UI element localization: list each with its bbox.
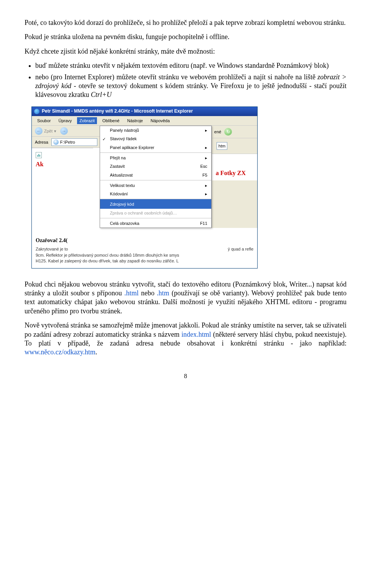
toolbar-fragment-label: ené [214,129,221,134]
paragraph-3: Když chcete zjistit kód nějaké konkrétní… [25,47,347,56]
paragraph-2: Pokud je stránka uložena na pevném disku… [25,33,347,41]
address-input[interactable]: F:\Petro [51,138,97,146]
submenu-arrow-icon: ▸ [200,183,207,188]
menu-oblibene[interactable]: Oblíbené [100,117,122,124]
svg-rect-2 [39,155,40,157]
toolbar: ← Zpět ▾ → [32,126,100,137]
submenu-arrow-icon: ▸ [200,145,207,150]
forward-arrow-icon: → [60,127,68,135]
dd-f11-shortcut: F11 [200,221,207,226]
dd-stav-label: Stavový řádek [110,136,207,141]
dd-prejit-label: Přejít na [110,155,200,161]
back-button[interactable]: ← Zpět ▾ [35,127,56,135]
page-right-strip: ené ↻ htm a Fotky ZX [212,126,257,228]
menu-zobrazit[interactable]: Zobrazit [77,117,97,124]
bullet-1: buď můžete stránku otevřít v nějakém tex… [35,61,347,70]
example-url: www.něco.cz/odkazy.htm [25,348,95,356]
ext-htm: .htm [157,289,169,297]
menu-upravy[interactable]: Úpravy [56,117,74,124]
ext-html: .html [124,289,139,297]
body-line-1a: Zakrytované je to [36,247,68,251]
body-line-3: H125. Kabel je zalepený do dvou dřívek, … [36,259,179,263]
refresh-icon[interactable]: ↻ [224,128,232,136]
dd-zprava-udaje: Zpráva o ochraně osobních údajů… [100,209,211,217]
dd-velikost-textu[interactable]: Velikost textu ▸ [100,180,211,190]
shortcut-emphasis: Ctrl+U [91,91,112,98]
page-subheading: Ozařovač 2.4( [36,237,253,244]
page-heading-right: a Fotky ZX [216,169,253,177]
dd-zprava-label: Zpráva o ochraně osobních údajů… [110,210,207,216]
page-number: 8 [25,372,347,380]
p4-c: nebo [139,289,157,297]
submenu-arrow-icon: ▸ [200,128,207,133]
dd-velikost-label: Velikost textu [110,183,200,188]
dd-aktual-label: Aktualizovat [110,172,202,178]
dd-kodovani-label: Kódování [110,191,200,197]
bullet-list: buď můžete stránku otevřít v nějakém tex… [35,61,347,100]
dd-cela-label: Celá obrazovka [110,221,200,226]
address-fragment: htm [217,142,227,150]
page-body-text: Zakrytované je to ý quad a refle 9cm. Re… [36,246,253,264]
dd-panely-label: Panely nástrojů [110,128,200,133]
dd-panelapp-label: Panel aplikace Explorer [110,145,200,150]
dd-panel-explorer[interactable]: Panel aplikace Explorer ▸ [100,143,211,152]
dd-kodovani[interactable]: Kódování ▸ [100,190,211,198]
address-bar-row: Adresa F:\Petro [32,137,100,148]
dd-zdroj-label: Zdrojový kód [110,201,207,207]
forward-button[interactable]: → [60,127,68,135]
paragraph-5: Nově vytvořená stránka se samozřejmě můž… [25,321,347,357]
dd-esc-shortcut: Esc [200,164,207,169]
body-line-1b: ý quad a refle [228,246,253,252]
address-value: F:\Petro [60,139,75,145]
menu-napoveda[interactable]: Nápověda [148,117,172,124]
back-label: Zpět [44,128,53,134]
bullet-2-text-c: - otevře se textový dokument s kódem str… [35,82,347,98]
address-label: Adresa [34,139,49,145]
page-left-strip: Ak [32,148,93,172]
dd-aktualizovat[interactable]: Aktualizovat F5 [100,171,211,179]
zobrazit-dropdown: Panely nástrojů ▸ Stavový řádek Panel ap… [100,126,212,228]
svg-rect-1 [38,154,39,157]
page-icon [53,139,59,145]
paragraph-1: Poté, co takovýto kód dorazí do prohlíže… [25,18,347,27]
menu-nastroje[interactable]: Nástroje [125,117,145,124]
svg-rect-0 [37,155,38,157]
bullet-2: nebo (pro Internet Explorer) můžete otev… [35,73,347,100]
bullet-2-text-a: nebo (pro Internet Explorer) můžete otev… [35,73,317,81]
window-title: Petr Simandl - MMDS antény wifi 2.4GHz -… [42,108,193,115]
index-html-link: index.html [181,331,211,338]
dd-cela-obrazovka[interactable]: Celá obrazovka F11 [100,218,211,228]
p5-e: . [95,348,97,356]
chart-icon [36,152,42,158]
submenu-arrow-icon: ▸ [200,191,207,197]
dd-panely-nastroju[interactable]: Panely nástrojů ▸ [100,126,211,134]
paragraph-4: Pokud chci nějakou webovou stránku vytvo… [25,280,347,316]
dd-zdrojovy-kod[interactable]: Zdrojový kód [100,199,211,208]
dd-prejit-na[interactable]: Přejít na ▸ [100,152,211,162]
ie-screenshot: Petr Simandl - MMDS antény wifi 2.4GHz -… [31,106,258,269]
dd-zastavit-label: Zastavit [110,164,200,169]
body-line-2: 9cm. Reflektor je přiletovávaný pomocí d… [36,253,179,257]
menubar: Soubor Úpravy Zobrazit Oblíbené Nástroje… [32,116,257,126]
ie-icon [34,109,39,114]
chevron-down-icon: ▾ [54,128,56,134]
submenu-arrow-icon: ▸ [200,155,207,161]
dd-f5-shortcut: F5 [202,172,207,178]
menu-soubor[interactable]: Soubor [35,117,53,124]
back-arrow-icon: ← [35,127,43,135]
window-titlebar: Petr Simandl - MMDS antény wifi 2.4GHz -… [32,107,257,116]
page-heading-left: Ak [36,161,89,169]
dd-zastavit[interactable]: Zastavit Esc [100,162,211,170]
dd-stavovy-radek[interactable]: Stavový řádek [100,134,211,143]
check-icon [102,136,107,140]
